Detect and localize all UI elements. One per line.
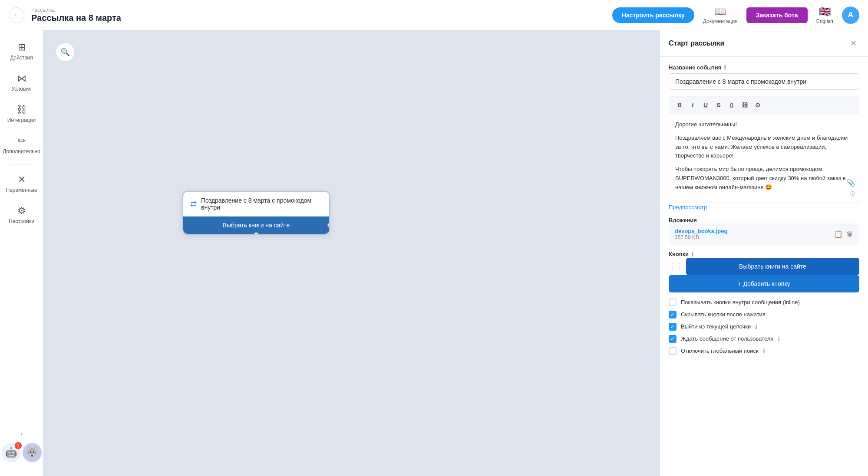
strikethrough-button[interactable]: S bbox=[713, 100, 724, 110]
buttons-info-icon[interactable]: ℹ bbox=[691, 251, 693, 258]
checkbox-disable-search[interactable] bbox=[669, 347, 677, 355]
add-button-button[interactable]: + Добавить кнопку bbox=[669, 275, 859, 292]
integrations-icon: ⛓ bbox=[17, 104, 26, 115]
message-paragraph-2: Поздравляем вас с Международным женским … bbox=[675, 134, 853, 161]
editor-body[interactable]: Дорогие читательницы! Поздравляем вас с … bbox=[669, 114, 859, 203]
page-title: Рассылка на 8 марта bbox=[31, 13, 605, 23]
doc-label: Документация bbox=[703, 18, 738, 24]
preview-link[interactable]: Предпросмотр bbox=[669, 204, 707, 210]
sidebar-divider bbox=[9, 164, 35, 164]
checkbox-disable-search-label: Отключить глобальный поиск bbox=[681, 348, 759, 354]
buttons-section-label: Кнопки ℹ bbox=[669, 251, 859, 258]
sidebar-item-label: Дополнительно bbox=[3, 148, 40, 154]
attachment-copy-button[interactable]: 📋 bbox=[834, 230, 843, 238]
button-row: ⋮⋮ Выбрать книги на сайте bbox=[669, 258, 859, 275]
documentation-link[interactable]: 📖 Документация bbox=[703, 6, 738, 24]
attachment-info: devops_books.jpeg 357.59 KB bbox=[675, 228, 727, 240]
checkbox-hide-after-click[interactable]: ✓ bbox=[669, 311, 677, 318]
attachment-name[interactable]: devops_books.jpeg bbox=[675, 228, 727, 234]
attachments-section: Вложения devops_books.jpeg 357.59 KB 📋 🗑 bbox=[669, 217, 859, 245]
checkbox-row-exit: ✓ Выйти из текущей цепочки ℹ bbox=[669, 323, 859, 331]
checkbox-hide-label: Скрывать кнопки после нажатия bbox=[681, 311, 766, 318]
breadcrumb: Рассылка bbox=[31, 7, 605, 13]
event-name-input[interactable] bbox=[669, 73, 859, 90]
variable-button[interactable]: ⊙ bbox=[752, 100, 763, 110]
disable-search-info-icon[interactable]: ℹ bbox=[763, 348, 765, 355]
drag-handle[interactable]: ⋮⋮ bbox=[669, 262, 683, 270]
sidebar-item-actions[interactable]: ⊞ Действия bbox=[3, 37, 40, 65]
panel-close-button[interactable]: ✕ bbox=[847, 37, 859, 49]
checkbox-row-disable-search: Отключить глобальный поиск ℹ bbox=[669, 347, 859, 355]
checkboxes-section: Показывать кнопки внутри сообщения (inli… bbox=[669, 299, 859, 355]
message-paragraph-3: Чтобы покорять мир было проще, делимся п… bbox=[675, 165, 853, 192]
order-bot-button[interactable]: Заказать бота bbox=[746, 7, 808, 23]
main-layout: ⊞ Действия ⋈ Условия ⛓ Интеграции ✏ Допо… bbox=[0, 30, 868, 476]
conditions-icon: ⋈ bbox=[17, 73, 26, 84]
exit-chain-info-icon[interactable]: ℹ bbox=[755, 323, 757, 330]
sidebar-item-label: Условия bbox=[11, 86, 31, 92]
sidebar-item-label: Действия bbox=[10, 55, 33, 61]
attachment-actions: 📋 🗑 bbox=[834, 230, 853, 238]
sidebar: ⊞ Действия ⋈ Условия ⛓ Интеграции ✏ Допо… bbox=[0, 30, 43, 476]
attachment-button[interactable]: 📎 bbox=[847, 177, 855, 189]
title-group: Рассылка Рассылка на 8 марта bbox=[31, 7, 605, 23]
flow-node-connector-right bbox=[327, 223, 330, 228]
sidebar-item-settings[interactable]: ⚙ Настройки bbox=[3, 201, 40, 229]
checkbox-row-hide: ✓ Скрывать кнопки после нажатия bbox=[669, 311, 859, 318]
bold-button[interactable]: B bbox=[674, 100, 685, 110]
canvas-search-button[interactable]: 🔍 bbox=[56, 43, 75, 62]
checkbox-inline-label: Показывать кнопки внутри сообщения (inli… bbox=[681, 299, 800, 305]
sidebar-bottom: ‹ 🤖 1 🐺 bbox=[2, 427, 42, 469]
event-name-field: Название события ℹ bbox=[669, 64, 859, 90]
editor-container: B I U S {} ⛓ ⊙ Дорогие читательницы! Поз… bbox=[669, 96, 859, 203]
flow-node-header: ⇄ Поздравление с 8 марта с промокодом вн… bbox=[183, 192, 329, 217]
extra-icon: ✏ bbox=[18, 135, 26, 147]
buttons-section: Кнопки ℹ ⋮⋮ Выбрать книги на сайте + Доб… bbox=[669, 251, 859, 292]
bot-notification-badge: 1 bbox=[15, 442, 22, 449]
back-icon: ← bbox=[13, 10, 20, 20]
button-preview-1[interactable]: Выбрать книги на сайте bbox=[686, 258, 859, 275]
emoji-button[interactable]: ⊙ bbox=[850, 188, 855, 199]
checkbox-wait-message[interactable]: ✓ bbox=[669, 335, 677, 343]
collapse-icon: ‹ bbox=[20, 430, 23, 437]
sidebar-item-conditions[interactable]: ⋈ Условия bbox=[3, 69, 40, 96]
link-button[interactable]: ⛓ bbox=[739, 100, 750, 110]
underline-button[interactable]: U bbox=[700, 100, 711, 110]
event-name-label: Название события ℹ bbox=[669, 64, 859, 71]
flow-node: ⇄ Поздравление с 8 марта с промокодом вн… bbox=[182, 191, 330, 235]
sidebar-item-variables[interactable]: ✕ Переменные bbox=[3, 170, 40, 197]
collapse-button[interactable]: ‹ bbox=[18, 427, 25, 440]
checkbox-row-inline: Показывать кнопки внутри сообщения (inli… bbox=[669, 299, 859, 306]
flow-node-button[interactable]: Выбрать книги на сайте bbox=[183, 217, 329, 234]
italic-button[interactable]: I bbox=[687, 100, 698, 110]
bot-avatars: 🤖 1 🐺 bbox=[2, 443, 42, 462]
bot-2-icon: 🐺 bbox=[26, 447, 38, 458]
checkbox-exit-chain[interactable]: ✓ bbox=[669, 323, 677, 331]
event-name-info-icon[interactable]: ℹ bbox=[724, 64, 726, 71]
configure-mailing-button[interactable]: Настроить рассылку bbox=[612, 7, 694, 23]
header: ← Рассылка Рассылка на 8 марта Настроить… bbox=[0, 0, 868, 30]
bot-1-avatar[interactable]: 🤖 1 bbox=[2, 443, 21, 462]
settings-icon: ⚙ bbox=[17, 205, 26, 217]
editor-toolbar: B I U S {} ⛓ ⊙ bbox=[669, 96, 859, 114]
bot-2-avatar[interactable]: 🐺 bbox=[23, 443, 42, 462]
sidebar-item-extra[interactable]: ✏ Дополнительно bbox=[3, 131, 40, 159]
panel-header: Старт рассылки ✕ bbox=[660, 30, 868, 57]
code-button[interactable]: {} bbox=[726, 100, 737, 110]
sidebar-item-label: Настройки bbox=[9, 218, 34, 224]
attachment-item: devops_books.jpeg 357.59 KB 📋 🗑 bbox=[669, 223, 859, 245]
search-icon: 🔍 bbox=[60, 47, 70, 57]
actions-icon: ⊞ bbox=[18, 42, 26, 53]
panel-title: Старт рассылки bbox=[669, 39, 724, 47]
avatar[interactable]: A bbox=[842, 7, 859, 24]
attachment-delete-button[interactable]: 🗑 bbox=[846, 230, 853, 238]
language-selector[interactable]: 🇬🇧 English bbox=[816, 6, 833, 24]
wait-message-info-icon[interactable]: ℹ bbox=[778, 335, 780, 342]
sidebar-item-integrations[interactable]: ⛓ Интеграции bbox=[3, 100, 40, 128]
panel-body: Название события ℹ B I U S {} ⛓ ⊙ bbox=[660, 57, 868, 362]
back-button[interactable]: ← bbox=[9, 7, 24, 23]
checkbox-inline[interactable] bbox=[669, 299, 677, 306]
header-actions: Настроить рассылку 📖 Документация Заказа… bbox=[612, 6, 859, 24]
canvas-area[interactable]: 🔍 ⇄ Поздравление с 8 марта с промокодом … bbox=[43, 30, 660, 476]
flow-node-connector-bottom bbox=[254, 232, 259, 235]
